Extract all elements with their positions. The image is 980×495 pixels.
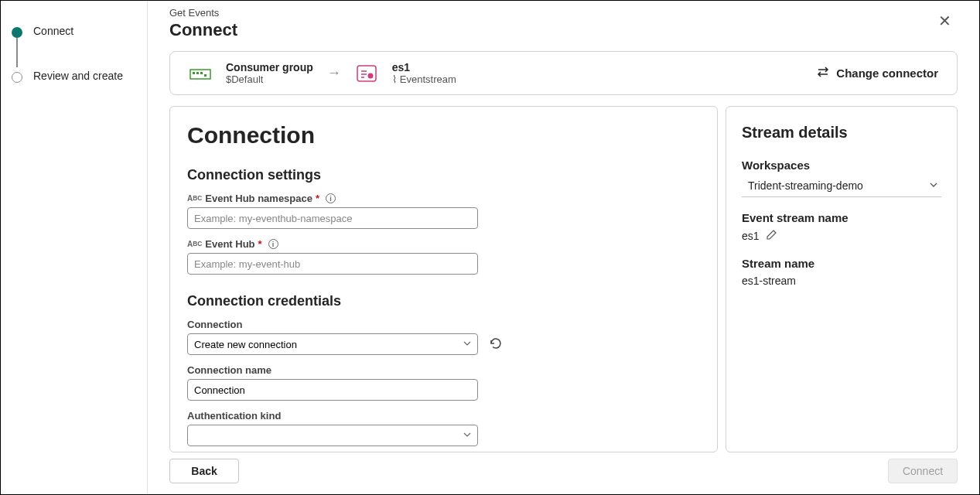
connector-source-sub: $Default [226, 73, 313, 85]
field-label-text: Event Hub namespace [205, 193, 312, 204]
field-authentication-kind: Authentication kind [187, 410, 695, 446]
wizard-sidebar: Connect Review and create [1, 1, 148, 494]
change-connector-button[interactable]: Change connector [816, 65, 938, 81]
field-label-text: Event Hub [205, 238, 254, 250]
step-label: Review and create [33, 69, 123, 84]
close-button[interactable]: ✕ [935, 9, 954, 33]
arrow-right-icon: → [327, 65, 341, 81]
eventstream-icon [355, 62, 378, 85]
workspaces-select[interactable]: Trident-streaming-demo [742, 176, 941, 197]
close-icon: ✕ [938, 12, 951, 29]
connection-form-panel[interactable]: Connection Connection settings ABC Event… [169, 106, 718, 452]
workspaces-value: Trident-streaming-demo [748, 179, 863, 192]
wizard-step-review[interactable]: Review and create [12, 69, 136, 84]
required-indicator: * [316, 193, 319, 204]
authentication-kind-select[interactable] [187, 425, 478, 446]
wizard-step-connect[interactable]: Connect [12, 24, 136, 39]
field-connection: Connection [187, 319, 695, 355]
settings-subheading: Connection settings [187, 167, 695, 183]
connection-name-input[interactable] [187, 379, 478, 401]
credentials-subheading: Connection credentials [187, 293, 695, 309]
info-icon[interactable]: i [268, 239, 278, 249]
svg-rect-1 [193, 72, 195, 74]
field-label-text: Authentication kind [187, 410, 281, 422]
event-hub-input[interactable] [187, 253, 478, 275]
step-indicator-active-icon [12, 27, 22, 38]
event-hub-namespace-input[interactable] [187, 207, 478, 229]
stream-name-value: es1-stream [742, 275, 941, 287]
required-indicator: * [258, 238, 262, 250]
connector-source: Consumer group $Default [226, 61, 313, 85]
connect-button[interactable]: Connect [888, 459, 958, 483]
svg-rect-5 [357, 66, 376, 81]
back-button[interactable]: Back [169, 459, 239, 483]
connector-bar: Consumer group $Default → es1 ⌇ Eventstr… [169, 51, 958, 95]
connector-target-sub: ⌇ Eventstream [392, 73, 456, 85]
consumer-group-icon [189, 62, 212, 85]
section-heading: Connection [187, 122, 695, 148]
swap-icon [816, 65, 830, 81]
connector-target-title: es1 [392, 61, 456, 73]
stream-details-title: Stream details [742, 124, 941, 142]
connection-select[interactable] [187, 333, 478, 355]
field-connection-name: Connection name [187, 364, 695, 401]
step-label: Connect [33, 24, 73, 39]
info-icon[interactable]: i [326, 193, 336, 203]
page-title: Connect [169, 20, 958, 40]
wizard-footer: Back Connect [169, 449, 958, 494]
refresh-button[interactable] [487, 335, 504, 354]
event-stream-name-label: Event stream name [742, 211, 941, 224]
step-indicator-pending-icon [12, 72, 22, 83]
field-label-text: Connection [187, 319, 243, 330]
stream-details-panel: Stream details Workspaces Trident-stream… [726, 106, 958, 452]
svg-rect-4 [204, 74, 207, 77]
main-content: Get Events Connect ✕ Consumer group $Def… [148, 1, 979, 494]
stream-name-label: Stream name [742, 257, 941, 270]
field-event-hub: ABC Event Hub * i [187, 238, 695, 275]
chevron-down-icon [929, 179, 938, 192]
breadcrumb: Get Events [169, 7, 958, 19]
edit-icon[interactable] [766, 229, 777, 243]
change-connector-label: Change connector [836, 67, 938, 80]
field-event-hub-namespace: ABC Event Hub namespace * i [187, 193, 695, 229]
stream-small-icon: ⌇ [392, 73, 397, 85]
connector-source-title: Consumer group [226, 61, 313, 73]
workspaces-label: Workspaces [742, 159, 941, 172]
text-type-icon: ABC [187, 241, 202, 248]
svg-rect-2 [196, 72, 199, 74]
svg-rect-3 [200, 72, 203, 74]
connector-target: es1 ⌇ Eventstream [392, 61, 456, 85]
event-stream-name-value: es1 [742, 230, 760, 242]
field-label-text: Connection name [187, 364, 271, 376]
refresh-icon [489, 341, 503, 353]
text-type-icon: ABC [187, 195, 202, 203]
svg-point-6 [367, 73, 373, 78]
